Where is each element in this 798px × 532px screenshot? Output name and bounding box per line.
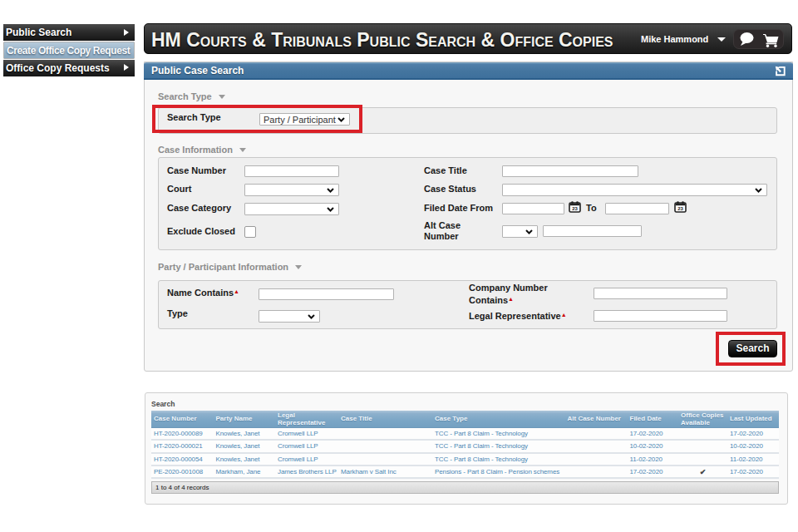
svg-text:23: 23 [677, 206, 683, 211]
svg-text:23: 23 [572, 206, 578, 211]
